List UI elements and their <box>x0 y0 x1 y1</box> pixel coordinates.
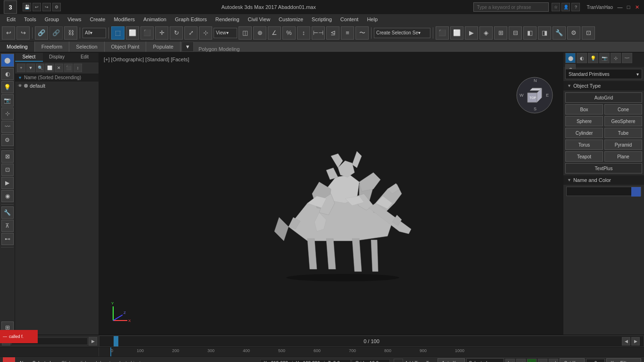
select-object-button[interactable]: ⬚ <box>111 26 124 40</box>
cone-button[interactable]: Cone <box>604 104 642 115</box>
go-start-button[interactable]: |◀ <box>505 359 515 362</box>
menu-customize[interactable]: Customize <box>275 16 307 23</box>
render-tools-3[interactable]: ◧ <box>523 26 537 40</box>
close-button[interactable]: ✕ <box>634 4 640 10</box>
auto-key-button[interactable]: Auto Key <box>438 358 465 362</box>
shapes-type-button[interactable]: ◐ <box>577 53 587 63</box>
percent-snap[interactable]: % <box>282 26 296 40</box>
spinner-snap[interactable]: ↕ <box>297 26 310 40</box>
utilities-button[interactable]: 🔧 <box>1 206 14 219</box>
snap-toggle[interactable]: ◫ <box>239 26 252 40</box>
cameras-type-button[interactable]: 📷 <box>599 53 610 63</box>
name-color-header[interactable]: ▼ Name and Color <box>563 175 644 185</box>
tube-button[interactable]: Tube <box>604 128 642 138</box>
timeline-track[interactable]: 0 / 100 ◀ ▶ <box>99 336 644 347</box>
geosphere-button[interactable]: GeoSphere <box>604 116 642 126</box>
se-deselect[interactable]: ✕ <box>55 64 63 72</box>
create-spacewarps-button[interactable]: 〰 <box>1 121 14 133</box>
render-frame[interactable]: ⬜ <box>450 26 463 40</box>
modify-button[interactable]: ⊠ <box>1 150 14 163</box>
select-place-button[interactable]: ⊹ <box>199 26 212 40</box>
se-find-button[interactable]: 🔍 <box>36 64 44 72</box>
prev-frame-button[interactable]: ◀ <box>516 359 526 362</box>
move-button[interactable]: ✛ <box>155 26 168 40</box>
box-button[interactable]: Box <box>565 104 603 115</box>
minimize-button[interactable]: — <box>617 4 623 10</box>
tab-populate[interactable]: Populate <box>146 41 180 52</box>
lights-type-button[interactable]: 💡 <box>588 53 598 63</box>
search-box[interactable]: Type a keyword or phrase <box>473 2 549 12</box>
create-selection-button[interactable]: Create Selection Se▾ <box>374 28 430 38</box>
create-lights-button[interactable]: 💡 <box>1 81 14 93</box>
scale-button[interactable]: ⤢ <box>184 26 198 40</box>
maximize-button[interactable]: □ <box>625 4 632 10</box>
geometry-type-button[interactable]: ⬤ <box>565 53 576 63</box>
render-tools-4[interactable]: ◨ <box>538 26 551 40</box>
motion-button[interactable]: ▶ <box>1 177 14 189</box>
redo-button[interactable]: ↪ <box>17 26 30 40</box>
user-icon[interactable]: 👤 <box>561 3 570 11</box>
tab-modeling[interactable]: Modeling <box>0 41 35 52</box>
set-key-button[interactable]: Set Key <box>560 358 585 362</box>
settings-icon[interactable]: ⚙ <box>52 3 61 11</box>
color-swatch[interactable] <box>631 187 641 197</box>
timeline-prev[interactable]: ◀ <box>622 337 630 346</box>
render-tools-2[interactable]: ⊟ <box>509 26 522 40</box>
spacewarps-type-button[interactable]: 〰 <box>622 53 632 63</box>
scroll-right-button[interactable]: ▶ <box>89 337 97 346</box>
rotate-button[interactable]: ↻ <box>170 26 183 40</box>
create-shapes-button[interactable]: ◐ <box>1 68 14 80</box>
menu-modifiers[interactable]: Modifiers <box>110 16 139 23</box>
layer-manager[interactable]: ≡ <box>341 26 354 40</box>
menu-group[interactable]: Group <box>41 16 63 23</box>
play-button[interactable]: ▶ <box>527 359 537 362</box>
snap-button[interactable]: ⊷ <box>1 233 14 245</box>
create-helpers-button[interactable]: ⊹ <box>1 107 14 120</box>
menu-scripting[interactable]: Scripting <box>308 16 336 23</box>
align-button[interactable]: ⊴ <box>326 26 339 40</box>
menu-content[interactable]: Content <box>337 16 363 23</box>
cylinder-button[interactable]: Cylinder <box>565 128 603 138</box>
timeline-cursor[interactable] <box>114 336 118 346</box>
tab-freeform[interactable]: Freeform <box>35 41 70 52</box>
menu-tools[interactable]: Tools <box>20 16 40 23</box>
se-filter-button[interactable]: ▼ <box>26 64 35 72</box>
menu-animation[interactable]: Animation <box>140 16 170 23</box>
render-tools-6[interactable]: ⚙ <box>567 26 580 40</box>
tab-object-paint[interactable]: Object Paint <box>105 41 147 52</box>
curve-editor[interactable]: 〜 <box>355 26 369 40</box>
window-controls[interactable]: — □ ✕ <box>617 4 640 10</box>
textplus-button[interactable]: TextPlus <box>565 163 642 173</box>
menu-civil-view[interactable]: Civil View <box>244 16 274 23</box>
render-tools-7[interactable]: ⊡ <box>582 26 595 40</box>
helpers-type-button[interactable]: ⊹ <box>611 53 621 63</box>
menu-create[interactable]: Create <box>86 16 109 23</box>
selected-dropdown[interactable]: Selected▾ <box>466 358 504 362</box>
tab-select[interactable]: Select <box>15 53 43 62</box>
menu-edit[interactable]: Edit <box>3 16 19 23</box>
plane-button[interactable]: Plane <box>604 151 642 162</box>
menu-graph-editors[interactable]: Graph Editors <box>171 16 211 23</box>
menu-help[interactable]: Help <box>363 16 381 23</box>
filter-button[interactable]: ⊼ <box>1 220 14 232</box>
save-icon[interactable]: 💾 <box>23 3 31 11</box>
menu-views[interactable]: Views <box>64 16 85 23</box>
display-button[interactable]: ◉ <box>1 190 14 202</box>
create-systems-button[interactable]: ⚙ <box>1 134 14 146</box>
se-new-button[interactable]: + <box>17 64 25 72</box>
rect-select-button[interactable]: ⬛ <box>140 26 154 40</box>
mirror-button[interactable]: ⊢⊣ <box>312 26 325 40</box>
hierarchy-button[interactable]: ⊡ <box>1 164 14 176</box>
se-select-all[interactable]: ⬜ <box>45 64 54 72</box>
se-invert[interactable]: ⬛ <box>64 64 73 72</box>
render-tools-5[interactable]: 🔧 <box>553 26 566 40</box>
create-cameras-button[interactable]: 📷 <box>1 94 14 107</box>
next-frame-button[interactable]: ▶ <box>538 359 547 362</box>
help-icon[interactable]: ? <box>571 3 580 11</box>
add-time-btn[interactable]: + <box>394 359 403 362</box>
key-filters-button[interactable]: Key Filters... <box>606 358 641 362</box>
visibility-icon[interactable]: 👁 <box>18 83 22 88</box>
select-region-button[interactable]: ⬜ <box>126 26 139 40</box>
render-setup[interactable]: ⬛ <box>436 26 449 40</box>
viewport[interactable]: [+] [Orthographic] [Standard] [Facets] <box>99 53 563 335</box>
